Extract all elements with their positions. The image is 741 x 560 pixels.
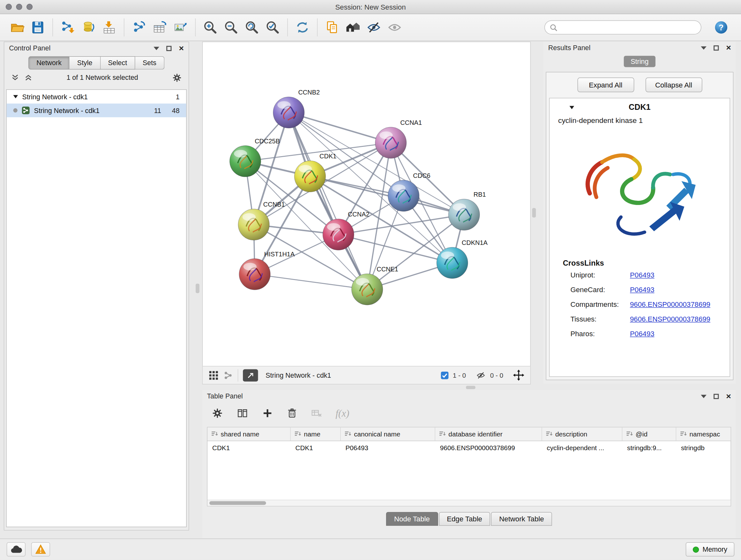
panel-menu-icon[interactable] (154, 47, 159, 50)
network-view-title: String Network - cdk1 (266, 371, 331, 379)
panel-menu-icon[interactable] (701, 46, 707, 49)
tab-edge-table[interactable]: Edge Table (439, 512, 490, 526)
tab-select[interactable]: Select (100, 56, 135, 69)
zoom-out-button[interactable] (221, 17, 242, 38)
apply-layout-button[interactable] (292, 17, 313, 38)
table-gear-icon[interactable] (212, 408, 223, 419)
zoom-selected-button[interactable] (262, 17, 283, 38)
protein-name: CDK1 (629, 103, 651, 112)
import-network-file-button[interactable] (57, 17, 78, 38)
splitter-handle-right[interactable] (532, 208, 536, 218)
import-table-file-button[interactable] (99, 17, 120, 38)
splitter-handle-left[interactable] (196, 284, 199, 294)
expand-all-button[interactable]: Expand All (577, 77, 634, 92)
move-crosshair-icon[interactable] (513, 369, 525, 381)
search-input[interactable] (560, 23, 696, 31)
tab-style[interactable]: Style (70, 56, 100, 69)
delete-column-icon[interactable] (286, 408, 298, 419)
network-node-CCNA1[interactable]: CCNA1 (375, 119, 422, 159)
detach-view-button[interactable] (243, 369, 258, 381)
new-network-icon (131, 20, 146, 35)
warnings-button[interactable] (31, 543, 50, 557)
expand-all-icon[interactable] (24, 73, 33, 82)
scrollbar-thumb[interactable] (209, 501, 266, 505)
footer-separator (238, 369, 238, 381)
network-node-CDK1[interactable]: CDK1 (294, 152, 337, 192)
tab-node-table[interactable]: Node Table (386, 512, 438, 526)
panel-float-icon[interactable] (166, 46, 172, 51)
cloud-status-button[interactable] (7, 543, 25, 557)
hidden-eye-slash-icon[interactable] (475, 370, 486, 380)
grid-view-icon[interactable] (208, 370, 219, 381)
import-network-icon (60, 20, 75, 35)
help-button[interactable]: ? (711, 17, 731, 38)
crosslink-link[interactable]: P06493 (630, 329, 655, 337)
panel-close-icon[interactable]: × (179, 45, 184, 52)
panel-menu-icon[interactable] (701, 395, 707, 398)
column-header[interactable]: canonical name (341, 428, 435, 441)
birds-eye-icon[interactable] (223, 370, 233, 380)
select-columns-icon[interactable] (236, 408, 249, 419)
panel-close-icon[interactable]: × (726, 393, 731, 400)
network-node-RB1[interactable]: RB1 (448, 191, 486, 230)
network-edge (255, 274, 367, 289)
main-toolbar: ? (0, 14, 741, 41)
hide-selected-button[interactable] (363, 17, 384, 38)
network-node-count: 11 (147, 107, 161, 114)
crosslink-link[interactable]: 9606.ENSP00000378699 (630, 300, 711, 308)
panel-float-icon[interactable] (714, 394, 719, 399)
panel-float-icon[interactable] (714, 45, 719, 50)
tree-expand-icon[interactable] (13, 95, 18, 98)
add-column-icon[interactable] (262, 408, 273, 419)
new-table-button[interactable] (149, 17, 170, 38)
homes-icon (345, 20, 361, 35)
memory-button[interactable]: Memory (685, 543, 734, 557)
network-node-CDC25B[interactable]: CDC25B (230, 138, 280, 177)
results-panel-header: Results Panel × (543, 42, 736, 54)
network-collection-row[interactable]: String Network - cdk1 1 (7, 90, 186, 104)
toolbar-separator (124, 18, 124, 37)
panel-close-icon[interactable]: × (726, 44, 731, 51)
home-view-button[interactable] (343, 17, 363, 38)
node-table: shared name name canonical name database… (207, 427, 731, 506)
tab-network[interactable]: Network (28, 56, 70, 69)
zoom-fit-button[interactable] (242, 17, 262, 38)
column-header[interactable]: description (542, 428, 623, 441)
crosslink-link[interactable]: P06493 (630, 271, 655, 279)
table-row[interactable]: CDK1 CDK1 P06493 9606.ENSP00000378699 cy… (207, 441, 731, 454)
tab-sets[interactable]: Sets (135, 56, 164, 69)
save-session-button[interactable] (27, 17, 48, 38)
crosslink-link[interactable]: P06493 (630, 286, 655, 294)
column-header[interactable]: database identifier (435, 428, 542, 441)
selected-checkbox-icon[interactable] (441, 371, 449, 380)
crosslink-link[interactable]: 9606.ENSP00000378699 (630, 315, 711, 323)
collapse-all-button[interactable]: Collapse All (645, 77, 702, 92)
splitter-handle-bottom[interactable] (466, 386, 475, 389)
string-tab-badge[interactable]: String (623, 56, 656, 67)
column-header[interactable]: namespac (676, 428, 729, 441)
section-collapse-icon[interactable] (569, 106, 574, 109)
sort-icon (680, 431, 687, 437)
show-hidden-button[interactable] (384, 17, 405, 38)
import-network-database-button[interactable] (78, 17, 98, 38)
new-network-button[interactable] (129, 17, 149, 38)
column-header[interactable]: shared name (207, 428, 291, 441)
column-header[interactable]: name (291, 428, 341, 441)
network-item-row[interactable]: String Network - cdk1 11 48 (7, 104, 186, 117)
column-header[interactable]: @id (622, 428, 676, 441)
network-canvas[interactable]: CCNB2CCNA1CDC25BCDK1CDC6RB1CCNB1CCNA2CDK… (203, 42, 531, 367)
tab-network-table[interactable]: Network Table (491, 512, 552, 526)
string-results-box: Expand All Collapse All CDK1 cyclin-depe… (546, 72, 733, 380)
horizontal-scrollbar[interactable] (207, 500, 731, 506)
collapse-all-icon[interactable] (11, 73, 19, 82)
network-node-CCNB2[interactable]: CCNB2 (273, 89, 320, 128)
open-session-button[interactable] (7, 17, 27, 38)
duplicate-network-button[interactable] (322, 17, 342, 38)
network-node-CDKN1A[interactable]: CDKN1A (436, 239, 488, 278)
node-label: CCNB1 (263, 201, 285, 208)
zoom-in-button[interactable] (200, 17, 220, 38)
network-node-HIST1H1A[interactable]: HIST1H1A (239, 251, 295, 290)
export-image-button[interactable] (170, 17, 191, 38)
crosslink-label: Uniprot: (570, 271, 630, 279)
gear-icon[interactable] (172, 72, 182, 82)
